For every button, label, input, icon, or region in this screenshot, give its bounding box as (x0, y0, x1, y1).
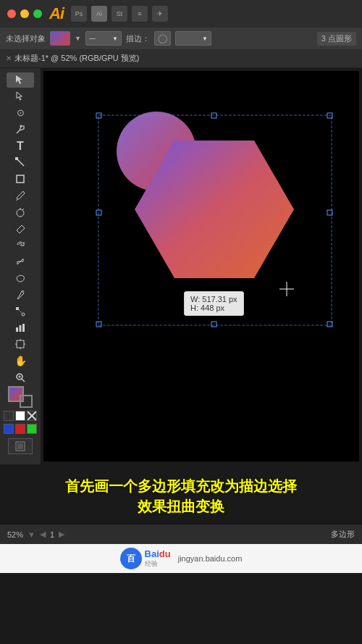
photoshop-icon[interactable]: Ps (71, 6, 87, 22)
canvas-area: W: 517.31 px H: 448 px (41, 68, 362, 464)
title-bar: Ai Ps Ai St ≡ ✈ (0, 0, 362, 28)
status-bar: 52% ▼ ◀ 1 ▶ 多边形 (0, 524, 362, 544)
baidu-bear-icon: 百 (120, 548, 142, 569)
green-swatch[interactable] (27, 424, 37, 434)
svg-rect-10 (22, 324, 25, 332)
maximize-button[interactable] (33, 9, 42, 18)
svg-rect-31 (211, 322, 216, 327)
lasso-tool[interactable]: ⊙ (7, 106, 34, 121)
tab-close-button[interactable]: ✕ (6, 54, 12, 62)
jingyan-label: 经验 (145, 559, 171, 569)
zoom-tool[interactable] (7, 369, 34, 385)
quick-color-swatches (4, 411, 37, 421)
stock-icon[interactable]: St (111, 6, 127, 22)
subtitle-area: 首先画一个多边形填充改为描边选择 效果扭曲变换 (0, 464, 362, 524)
tools-panel: ⊙ T (0, 68, 41, 464)
color-swatches-area (4, 386, 37, 460)
fill-arrow[interactable]: ▼ (75, 35, 81, 42)
artboard-swatch[interactable] (8, 438, 33, 454)
subtitle-line1: 首先画一个多边形填充改为描边选择 (9, 476, 353, 496)
site-url: jingyan.baidu.com (178, 554, 243, 563)
page-number: 1 (50, 530, 54, 539)
window-controls[interactable] (7, 9, 42, 18)
main-area: ⊙ T (0, 68, 362, 464)
scale-tool[interactable] (7, 254, 34, 269)
fill-color-swatch[interactable] (50, 31, 70, 46)
svg-rect-3 (17, 175, 24, 183)
svg-line-17 (22, 379, 25, 382)
none-swatch[interactable] (27, 411, 37, 421)
baidu-brand-text: Baidu 经验 (145, 548, 171, 569)
text-tool[interactable]: T (7, 138, 34, 154)
no-selection-label: 未选择对象 (6, 33, 46, 44)
tooltip-width: W: 517.31 px (190, 295, 237, 304)
hand-tool[interactable]: ✋ (7, 354, 34, 369)
svg-point-4 (17, 209, 24, 217)
fill-dropdown[interactable]: —▼ (85, 31, 122, 46)
blend-tool[interactable] (7, 304, 34, 319)
selection-tool[interactable] (7, 72, 34, 88)
black-swatch[interactable] (4, 411, 14, 421)
baidu-bar: 百 Baidu 经验 jingyan.baidu.com (0, 544, 362, 573)
eyedropper-tool[interactable] (7, 287, 34, 302)
du-text: du (159, 548, 171, 559)
tab-bar: ✕ 未标题-1* @ 52% (RGB/GPU 预览) (0, 49, 362, 68)
svg-point-6 (22, 313, 25, 316)
stroke-box[interactable]: ◯ (154, 31, 171, 46)
status-left: 52% ▼ ◀ 1 ▶ (7, 530, 64, 539)
direct-selection-tool[interactable] (7, 89, 34, 104)
tooltip-height: H: 448 px (190, 304, 237, 312)
svg-rect-9 (20, 325, 22, 332)
options-toolbar: 未选择对象 ▼ —▼ 描边： ◯ ▼ 3 点圆形 (0, 28, 362, 49)
stroke-swatch[interactable] (20, 395, 33, 408)
stroke-label: 描边： (126, 33, 150, 44)
svg-rect-11 (17, 340, 24, 348)
arrow-icon[interactable]: ✈ (152, 6, 168, 22)
rotate-tool[interactable] (7, 238, 34, 253)
svg-rect-8 (16, 327, 18, 332)
app-logo: Ai (49, 4, 64, 23)
svg-rect-2 (15, 157, 18, 160)
svg-point-0 (20, 125, 22, 127)
illustrator-icon[interactable]: Ai (91, 6, 107, 22)
size-tooltip: W: 517.31 px H: 448 px (184, 291, 244, 316)
zoom-level[interactable]: 52% (7, 530, 23, 539)
blue-swatch[interactable] (4, 424, 14, 434)
baidu-logo: 百 Baidu 经验 (120, 548, 171, 569)
eraser-tool[interactable] (7, 221, 34, 236)
red-swatch[interactable] (15, 424, 25, 434)
artboard-tool[interactable] (7, 337, 34, 352)
canvas-shapes (41, 68, 362, 464)
line-tool[interactable] (7, 155, 34, 170)
warp-tool[interactable] (7, 271, 34, 286)
stroke-size-dropdown[interactable]: ▼ (175, 31, 211, 46)
app-switcher: Ps Ai St ≡ ✈ (71, 6, 168, 22)
column-graph-tool[interactable] (7, 320, 34, 335)
subtitle-line2: 效果扭曲变换 (9, 496, 353, 517)
fill-stroke-swatches[interactable] (8, 386, 33, 408)
minimize-button[interactable] (20, 9, 29, 18)
shape-type-status: 多边形 (331, 529, 355, 540)
shape-tool[interactable] (7, 172, 34, 187)
color-mode-swatches (4, 424, 37, 434)
svg-rect-5 (16, 307, 19, 310)
paintbrush-tool[interactable] (7, 188, 34, 204)
svg-line-7 (19, 310, 22, 313)
pen-tool[interactable] (7, 122, 34, 137)
blob-brush-tool[interactable] (7, 204, 34, 219)
menu-icon[interactable]: ≡ (132, 6, 148, 22)
close-button[interactable] (7, 9, 16, 18)
svg-rect-21 (17, 443, 23, 449)
tab-title: 未标题-1* @ 52% (RGB/GPU 预览) (14, 53, 140, 64)
baidu-bear-text: 百 (127, 553, 135, 565)
white-swatch[interactable] (15, 411, 25, 421)
bai-text: Bai (145, 548, 159, 559)
shape-type-label: 3 点圆形 (317, 32, 356, 46)
